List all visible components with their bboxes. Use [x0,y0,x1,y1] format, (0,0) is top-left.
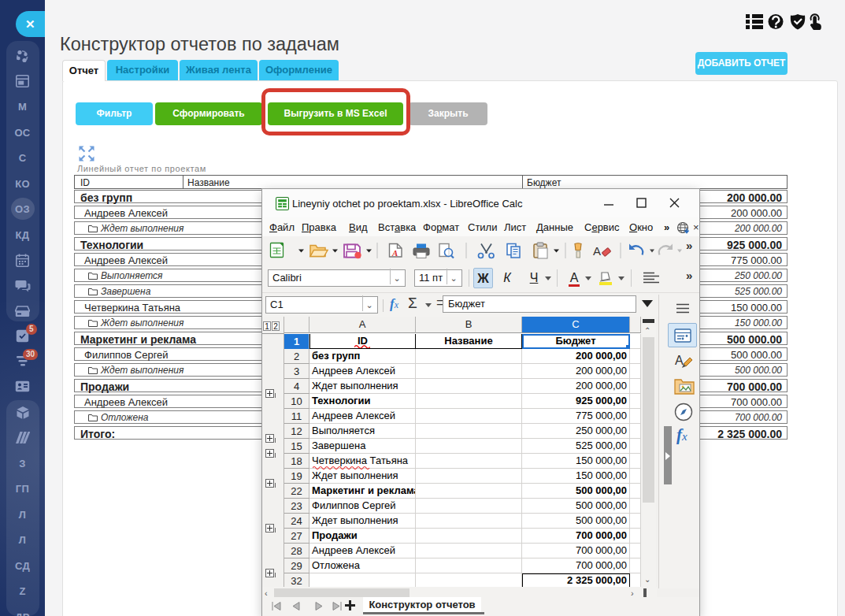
svg-text:A: A [593,244,601,258]
svg-text:A: A [391,248,398,258]
svg-text:A: A [675,354,684,367]
